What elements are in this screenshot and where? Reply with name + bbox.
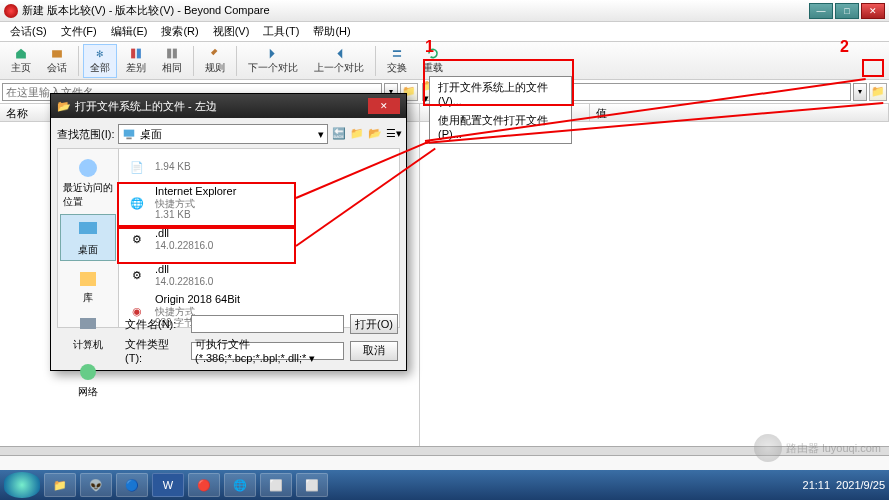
- desktop-icon: [122, 127, 136, 141]
- tray-clock-date: 2021/9/25: [836, 479, 885, 491]
- svg-text:✻: ✻: [96, 48, 104, 58]
- place-libraries[interactable]: 库: [60, 263, 116, 308]
- menu-edit[interactable]: 编辑(E): [105, 22, 154, 41]
- taskbar: 📁 👽 🔵 W 🔴 🌐 ⬜ ⬜ 21:11 2021/9/25: [0, 470, 889, 500]
- separator: [375, 46, 376, 76]
- system-tray[interactable]: 21:11 2021/9/25: [803, 479, 885, 491]
- file-list[interactable]: 📄1.94 KB 🌐Internet Explorer快捷方式1.31 KB ⚙…: [119, 148, 400, 328]
- tb-next[interactable]: 下一个对比: [241, 44, 305, 78]
- svg-point-12: [80, 364, 96, 380]
- svg-rect-0: [52, 50, 62, 57]
- tb-diff[interactable]: 差别: [119, 44, 153, 78]
- menu-help[interactable]: 帮助(H): [307, 22, 356, 41]
- menu-view[interactable]: 视图(V): [207, 22, 256, 41]
- svg-rect-2: [131, 48, 135, 58]
- list-item[interactable]: 📄1.94 KB: [119, 149, 399, 185]
- svg-point-8: [79, 159, 97, 177]
- watermark: 路由器 luyouqi.com: [754, 434, 881, 462]
- view-menu-icon[interactable]: ☰▾: [386, 127, 400, 141]
- menu-search[interactable]: 搜索(R): [155, 22, 204, 41]
- menu-tools[interactable]: 工具(T): [257, 22, 305, 41]
- svg-rect-5: [173, 48, 177, 58]
- right-pane: [420, 122, 889, 446]
- folder-icon: 📂: [57, 100, 71, 113]
- dialog-titlebar[interactable]: 📂 打开文件系统上的文件 - 左边 ✕: [51, 94, 406, 118]
- separator: [236, 46, 237, 76]
- right-path-dropdown[interactable]: ▾: [853, 83, 867, 101]
- menu-file[interactable]: 文件(F): [55, 22, 103, 41]
- svg-rect-7: [127, 138, 132, 140]
- toolbar: 主页 会话 ✻全部 差别 相同 规则 下一个对比 上一个对比 交换 重载: [0, 42, 889, 80]
- filename-label: 文件名(N):: [125, 317, 185, 332]
- svg-rect-11: [80, 318, 96, 329]
- menu-open-profile[interactable]: 使用配置文件打开文件(P)...: [430, 110, 571, 143]
- task-app4[interactable]: ⬜: [296, 473, 328, 497]
- task-word[interactable]: W: [152, 473, 184, 497]
- task-app3[interactable]: ⬜: [260, 473, 292, 497]
- filetype-combo[interactable]: 可执行文件 (*.386;*.bcp;*.bpl;*.dll;* ▾: [191, 342, 344, 360]
- right-browse-button[interactable]: 📁: [869, 83, 887, 101]
- dll-icon: ⚙: [123, 225, 151, 253]
- place-desktop[interactable]: 桌面: [60, 214, 116, 261]
- back-icon[interactable]: 🔙: [332, 127, 346, 141]
- tb-home[interactable]: 主页: [4, 44, 38, 78]
- path-dropdown-menu: 打开文件系统上的文件(V)... 使用配置文件打开文件(P)...: [429, 76, 572, 144]
- place-recent[interactable]: 最近访问的位置: [60, 153, 116, 212]
- app-icon: [4, 4, 18, 18]
- task-beyondcompare[interactable]: 🔴: [188, 473, 220, 497]
- separator: [78, 46, 79, 76]
- start-button[interactable]: [4, 472, 40, 498]
- task-app2[interactable]: 🔵: [116, 473, 148, 497]
- menubar: 会话(S) 文件(F) 编辑(E) 搜索(R) 视图(V) 工具(T) 帮助(H…: [0, 22, 889, 42]
- dll-icon: ⚙: [123, 261, 151, 289]
- menu-open-filesystem[interactable]: 打开文件系统上的文件(V)...: [430, 77, 571, 110]
- svg-rect-4: [167, 48, 171, 58]
- tray-clock-time: 21:11: [803, 479, 831, 491]
- maximize-button[interactable]: □: [835, 3, 859, 19]
- svg-rect-9: [79, 222, 97, 234]
- new-folder-icon[interactable]: 📂: [368, 127, 382, 141]
- tb-all[interactable]: ✻全部: [83, 44, 117, 78]
- minimize-button[interactable]: —: [809, 3, 833, 19]
- place-computer[interactable]: 计算机: [60, 310, 116, 355]
- up-icon[interactable]: 📁: [350, 127, 364, 141]
- task-app[interactable]: 👽: [80, 473, 112, 497]
- filetype-label: 文件类型(T):: [125, 337, 185, 364]
- separator: [193, 46, 194, 76]
- places-bar: 最近访问的位置 桌面 库 计算机 网络: [57, 148, 119, 328]
- svg-rect-6: [124, 130, 135, 137]
- window-titlebar: 新建 版本比较(V) - 版本比较(V) - Beyond Compare — …: [0, 0, 889, 22]
- filename-input[interactable]: [191, 315, 344, 333]
- dialog-close-button[interactable]: ✕: [368, 98, 400, 114]
- tb-session[interactable]: 会话: [40, 44, 74, 78]
- close-button[interactable]: ✕: [861, 3, 885, 19]
- annotation-1: 1: [425, 38, 434, 56]
- look-in-combo[interactable]: 桌面 ▾: [118, 124, 328, 144]
- open-file-dialog: 📂 打开文件系统上的文件 - 左边 ✕ 查找范围(I): 桌面 ▾ 🔙 📁 📂 …: [50, 93, 407, 371]
- list-item[interactable]: ⚙.dll14.0.22816.0: [119, 257, 399, 293]
- col-value[interactable]: 值: [590, 104, 889, 121]
- annotation-2: 2: [840, 38, 849, 56]
- look-in-label: 查找范围(I):: [57, 127, 114, 142]
- window-title: 新建 版本比较(V) - 版本比较(V) - Beyond Compare: [22, 3, 809, 18]
- list-item[interactable]: 🌐Internet Explorer快捷方式1.31 KB: [119, 185, 399, 221]
- svg-rect-10: [80, 272, 96, 286]
- file-icon: 📄: [123, 153, 151, 181]
- watermark-icon: [754, 434, 782, 462]
- tb-same[interactable]: 相同: [155, 44, 189, 78]
- dialog-title: 打开文件系统上的文件 - 左边: [75, 99, 368, 114]
- open-button[interactable]: 打开(O): [350, 314, 398, 334]
- tb-swap[interactable]: 交换: [380, 44, 414, 78]
- task-chrome[interactable]: 🌐: [224, 473, 256, 497]
- task-explorer[interactable]: 📁: [44, 473, 76, 497]
- tb-rules[interactable]: 规则: [198, 44, 232, 78]
- cancel-button[interactable]: 取消: [350, 341, 398, 361]
- menu-session[interactable]: 会话(S): [4, 22, 53, 41]
- tb-prev[interactable]: 上一个对比: [307, 44, 371, 78]
- list-item[interactable]: ⚙.dll14.0.22816.0: [119, 221, 399, 257]
- place-network[interactable]: 网络: [60, 357, 116, 402]
- ie-icon: 🌐: [123, 189, 151, 217]
- svg-rect-3: [137, 48, 141, 58]
